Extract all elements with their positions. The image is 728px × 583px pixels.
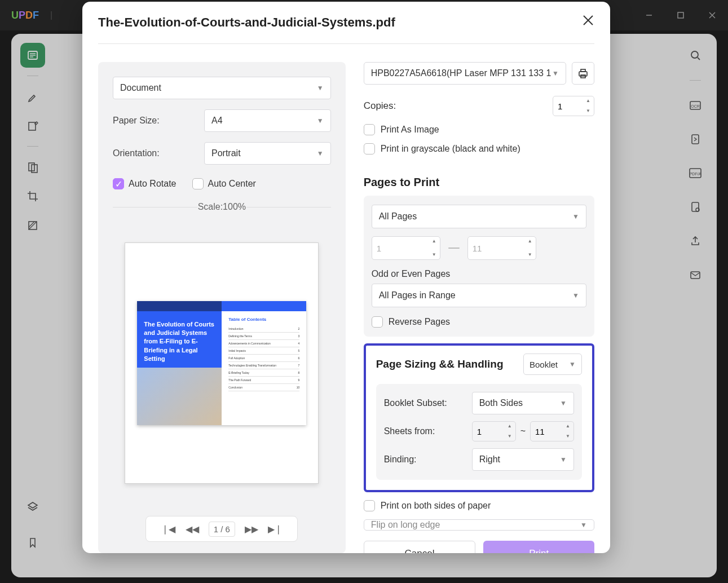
- chevron-down-icon: ▼: [569, 360, 576, 368]
- auto-rotate-label: Auto Rotate: [129, 179, 177, 189]
- svg-rect-27: [581, 69, 585, 72]
- svg-rect-26: [579, 72, 587, 76]
- checkbox-icon: [364, 143, 375, 154]
- chevron-down-icon: ▼: [572, 292, 579, 299]
- both-sides-checkbox[interactable]: Print on both sides of paper: [364, 500, 594, 511]
- sheets-from-field[interactable]: ▲▼: [472, 421, 516, 441]
- checkbox-icon: [372, 316, 383, 328]
- print-as-image-checkbox[interactable]: Print As Image: [364, 124, 594, 135]
- step-up[interactable]: ▲: [526, 238, 535, 245]
- current-page: 1: [214, 524, 218, 534]
- paper-size-value: A4: [211, 116, 223, 126]
- range-from-input[interactable]: [372, 244, 400, 253]
- sizing-mode-value: Booklet: [530, 360, 558, 369]
- odd-even-value: All Pages in Range: [379, 290, 456, 301]
- print-mode-select[interactable]: Document▼: [113, 77, 331, 99]
- step-down[interactable]: ▼: [563, 433, 572, 440]
- page-sizing-heading: Page Sizing && Handling: [376, 358, 504, 370]
- total-pages: 6: [226, 524, 230, 534]
- sizing-mode-select[interactable]: Booklet▼: [523, 354, 582, 375]
- prev-page-button[interactable]: ◀◀: [185, 522, 200, 536]
- paper-size-select[interactable]: A4▼: [204, 109, 331, 132]
- reverse-pages-label: Reverse Pages: [389, 317, 450, 327]
- both-sides-label: Print on both sides of paper: [381, 501, 491, 511]
- grayscale-label: Print in grayscale (black and white): [381, 144, 520, 154]
- first-page-button[interactable]: ❘◀: [161, 522, 176, 536]
- orientation-select[interactable]: Portrait▼: [204, 142, 331, 165]
- grayscale-checkbox[interactable]: Print in grayscale (black and white): [364, 143, 594, 154]
- checkbox-icon: [192, 178, 204, 189]
- step-down[interactable]: ▼: [584, 108, 593, 114]
- binding-select[interactable]: Right▼: [472, 448, 574, 471]
- orientation-value: Portrait: [211, 148, 241, 158]
- cancel-button[interactable]: Cancel: [364, 541, 476, 553]
- step-up[interactable]: ▲: [430, 238, 439, 245]
- page-preview: The Evolution of Courts and Judicial Sys…: [125, 242, 319, 484]
- chevron-down-icon: ▼: [317, 84, 324, 92]
- checkbox-icon: [364, 500, 375, 511]
- chevron-down-icon: ▼: [580, 521, 587, 529]
- sheets-from-input[interactable]: [473, 427, 501, 436]
- chevron-down-icon: ▼: [317, 149, 324, 157]
- booklet-subset-label: Booklet Subset:: [384, 398, 472, 408]
- sheets-to-input[interactable]: [531, 427, 559, 436]
- range-to-field[interactable]: ▲▼: [467, 236, 536, 260]
- toc-title: Table of Contents: [228, 317, 299, 322]
- range-from-field[interactable]: ▲▼: [372, 236, 440, 260]
- step-down[interactable]: ▼: [505, 433, 514, 440]
- preview-pager: ❘◀ ◀◀ 1 / 6 ▶▶ ▶❘: [145, 516, 298, 542]
- sheets-to-field[interactable]: ▲▼: [530, 421, 574, 441]
- copies-label: Copies:: [364, 100, 396, 112]
- preview-title: The Evolution of Courts and Judicial Sys…: [137, 311, 222, 368]
- printer-name: HPB0227A5A6618(HP Laser MFP 131 133 1: [371, 68, 551, 78]
- orientation-label: Orientation:: [113, 148, 197, 158]
- last-page-button[interactable]: ▶❘: [268, 522, 283, 536]
- booklet-subset-value: Both Sides: [479, 398, 523, 408]
- chevron-down-icon: ▼: [317, 117, 324, 125]
- chevron-down-icon: ▼: [560, 456, 567, 463]
- dialog-title: The-Evolution-of-Courts-and-Judicial-Sys…: [98, 15, 594, 30]
- pages-value: All Pages: [379, 211, 417, 222]
- range-to-input[interactable]: [468, 244, 496, 253]
- odd-even-select[interactable]: All Pages in Range▼: [372, 284, 586, 307]
- print-button[interactable]: Print: [483, 541, 594, 553]
- page-sizing-section: Page Sizing && Handling Booklet▼ Booklet…: [364, 343, 594, 492]
- print-dialog: The-Evolution-of-Courts-and-Judicial-Sys…: [82, 2, 610, 553]
- flip-value: Flip on long edge: [371, 520, 440, 530]
- printer-select[interactable]: HPB0227A5A6618(HP Laser MFP 131 133 1▼: [364, 62, 566, 85]
- copies-input[interactable]: [553, 101, 581, 111]
- paper-size-label: Paper Size:: [113, 116, 197, 126]
- sheets-from-label: Sheets from:: [384, 426, 472, 436]
- chevron-down-icon: ▼: [560, 399, 567, 407]
- auto-rotate-checkbox[interactable]: ✓ Auto Rotate: [113, 178, 177, 189]
- print-as-image-label: Print As Image: [381, 125, 439, 135]
- range-dash: [448, 248, 460, 249]
- binding-label: Binding:: [384, 454, 472, 465]
- checkbox-icon: [364, 124, 375, 135]
- flip-select[interactable]: Flip on long edge▼: [364, 519, 594, 531]
- reverse-pages-checkbox[interactable]: Reverse Pages: [372, 316, 586, 328]
- step-down[interactable]: ▼: [526, 251, 535, 258]
- close-icon[interactable]: [582, 14, 594, 29]
- step-up[interactable]: ▲: [563, 423, 572, 430]
- step-up[interactable]: ▲: [505, 423, 514, 430]
- print-mode-value: Document: [120, 83, 161, 93]
- chevron-down-icon: ▼: [552, 69, 559, 77]
- booklet-subset-select[interactable]: Both Sides▼: [472, 392, 574, 414]
- scale-label: Scale:100%: [113, 202, 331, 212]
- binding-value: Right: [479, 454, 500, 465]
- next-page-button[interactable]: ▶▶: [244, 522, 259, 536]
- auto-center-label: Auto Center: [208, 179, 256, 189]
- step-down[interactable]: ▼: [430, 251, 439, 258]
- pages-select[interactable]: All Pages▼: [372, 205, 586, 228]
- chevron-down-icon: ▼: [572, 213, 579, 220]
- range-tilde: ~: [520, 426, 526, 436]
- printer-properties-button[interactable]: [572, 62, 594, 85]
- step-up[interactable]: ▲: [584, 98, 593, 104]
- odd-even-label: Odd or Even Pages: [372, 269, 586, 279]
- checkbox-checked-icon: ✓: [113, 178, 124, 189]
- copies-field[interactable]: ▲▼: [553, 96, 594, 116]
- pages-to-print-heading: Pages to Print: [364, 176, 594, 189]
- auto-center-checkbox[interactable]: Auto Center: [192, 178, 256, 189]
